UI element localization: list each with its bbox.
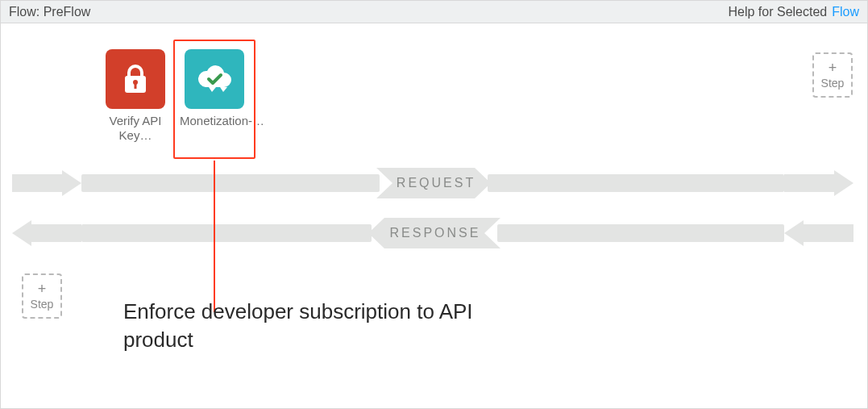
svg-marker-8 [784, 220, 853, 246]
selection-box [173, 40, 255, 159]
canvas: Verify API Key… Monetization-… + Step RE… [1, 23, 867, 408]
plus-icon: + [829, 61, 837, 75]
response-arrow-right [784, 220, 853, 246]
callout-text: Enforce developer subscription to API pr… [123, 298, 510, 354]
add-step-response[interactable]: + Step [22, 273, 62, 319]
policy-verify-api-key-label: Verify API Key… [101, 114, 170, 143]
response-label: RESPONSE [384, 221, 486, 245]
request-arrow-right [784, 170, 853, 196]
svg-marker-3 [12, 170, 81, 196]
callout-line [214, 161, 215, 312]
request-arrow-left [12, 170, 81, 196]
lock-icon [118, 61, 153, 97]
svg-marker-6 [12, 220, 81, 246]
plus-icon: + [38, 282, 47, 296]
response-band-fill-left [81, 224, 372, 242]
request-band-fill-right [488, 174, 784, 192]
add-step-label: Step [821, 77, 845, 90]
add-step-request[interactable]: + Step [812, 52, 853, 98]
request-band-fill-left [81, 174, 380, 192]
svg-rect-2 [135, 83, 137, 89]
help-for-selected-label: Help for Selected [728, 5, 827, 19]
header-right-group: Help for Selected Flow [728, 5, 859, 19]
response-band-fill-right [497, 224, 784, 242]
flow-title: Flow: PreFlow [9, 5, 90, 19]
request-label: REQUEST [392, 171, 480, 195]
flow-link[interactable]: Flow [832, 5, 859, 19]
add-step-label: Step [31, 298, 54, 311]
response-arrow-left [12, 220, 81, 246]
flow-editor-frame: Flow: PreFlow Help for Selected Flow Ver… [0, 0, 868, 409]
policy-verify-api-key[interactable] [106, 49, 165, 109]
svg-marker-5 [784, 170, 853, 196]
editor-header: Flow: PreFlow Help for Selected Flow [1, 1, 867, 23]
